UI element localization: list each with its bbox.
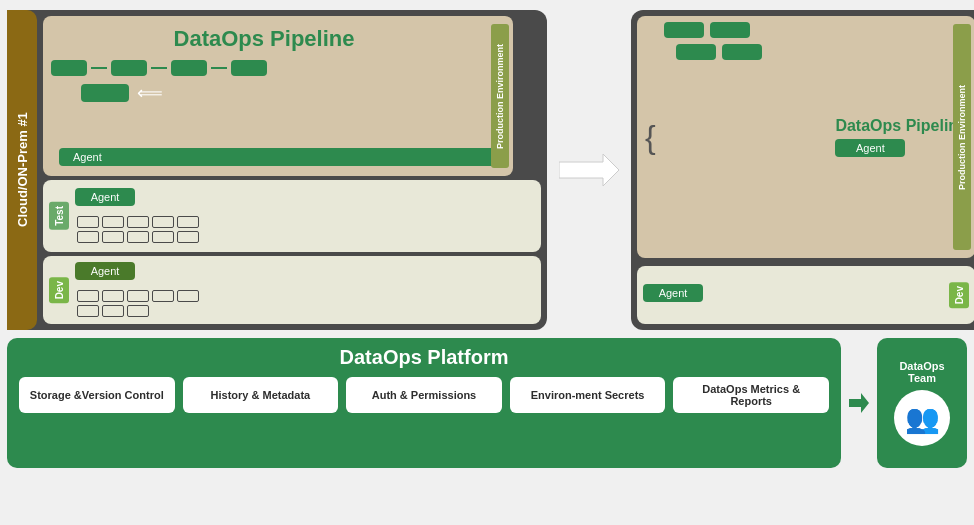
env2-prod-agent: Agent [835,139,905,157]
env1-inner: Production Environment DataOps Pipeline [37,10,547,330]
platform-item-1: History & Metadata [183,377,339,413]
env1-test-nodes [75,214,535,245]
cloud-env-2: { DataOps Pipeline A [631,10,974,330]
curly-brace: { [645,22,660,252]
node4 [231,60,267,76]
env1-prod: Production Environment DataOps Pipeline [43,16,513,176]
env2-prod-nodes [664,22,832,252]
env1-pipeline-row1 [51,60,477,76]
env1-pipeline-row2: ⟸ [81,82,477,104]
env1-pipeline-title: DataOps Pipeline [51,22,477,58]
platform-item-4: DataOps Metrics & Reports [673,377,829,413]
svg-marker-1 [849,393,869,413]
node2 [111,60,147,76]
platform-item-3: Environ-ment Secrets [510,377,666,413]
platform-item-2: Auth & Permissions [346,377,502,413]
env1-dev: Dev Agent [43,256,541,324]
env1-test-content: Agent [75,188,535,245]
platform-items: Storage &Version Control History & Metad… [19,377,829,413]
env2-prod-label: Production Environment [953,24,971,250]
cloud-env-1: Cloud/ON-Prem #1 Production Environment … [7,10,547,330]
env2-pipeline-title: DataOps Pipeline [835,117,967,135]
env1-prod-agent: Agent [59,148,505,166]
env1-prod-label: Production Environment [491,24,509,168]
env1-test-label: Test [49,202,69,230]
env2-dev: Agent Dev [637,266,974,324]
node1 [51,60,87,76]
team-icon: 👥 [894,390,950,446]
env1-side-label: Cloud/ON-Prem #1 [7,10,37,330]
main-container: Cloud/ON-Prem #1 Production Environment … [7,10,967,515]
env1-dev-agent: Agent [75,262,135,280]
platform-to-team-arrow [849,338,869,468]
env2-dev-label: Dev [949,282,969,308]
big-arrow-container [559,10,619,330]
bottom-section: DataOps Platform Storage &Version Contro… [7,338,967,468]
env1-test-agent: Agent [75,188,135,206]
env2-inner: { DataOps Pipeline A [631,10,974,330]
env1-dev-nodes [75,288,535,319]
platform-item-0: Storage &Version Control [19,377,175,413]
env2-prod-wrap: { DataOps Pipeline A [637,16,974,258]
env1-test: Test Agent [43,180,541,252]
env2-dev-content: Agent [643,284,943,306]
top-section: Cloud/ON-Prem #1 Production Environment … [7,10,967,330]
node5 [81,84,129,102]
pipeline-arrow [559,154,619,186]
node3 [171,60,207,76]
env2-prod-right: DataOps Pipeline Agent [835,22,967,252]
env1-prod-content: DataOps Pipeline [51,22,505,144]
platform-title: DataOps Platform [19,346,829,369]
svg-marker-0 [559,154,619,186]
env2-dev-agent: Agent [643,284,703,302]
env1-dev-label: Dev [49,277,69,303]
team-title: DataOps Team [885,360,959,384]
env1-dev-content: Agent [75,262,535,319]
team-box: DataOps Team 👥 [877,338,967,468]
platform-box: DataOps Platform Storage &Version Contro… [7,338,841,468]
